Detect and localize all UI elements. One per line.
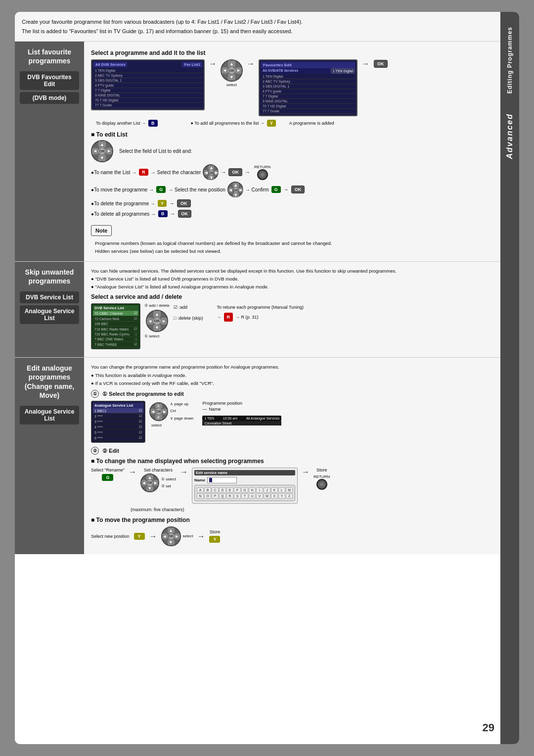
nav-down-s[interactable]: ▼	[208, 175, 214, 180]
kb-key[interactable]: D	[219, 487, 226, 493]
nav-l[interactable]: ◄	[228, 188, 233, 192]
ok-btn4[interactable]: OK	[178, 210, 192, 218]
nav-button5[interactable]: ▲ ◄ OK ► ▼	[140, 473, 159, 492]
y-btn3[interactable]: Y	[134, 533, 145, 540]
nav-left-s[interactable]: ◄	[204, 170, 208, 175]
b-btn[interactable]: B	[148, 120, 158, 127]
nav-down6[interactable]: ▼	[168, 539, 175, 545]
nav-up[interactable]: ▲	[228, 60, 236, 67]
kb-key[interactable]: V	[256, 493, 263, 499]
ok-btn2[interactable]: OK	[291, 186, 305, 193]
nav-ok5[interactable]: OK	[146, 480, 153, 485]
y-btn[interactable]: Y	[267, 120, 276, 127]
nav-right2[interactable]: ►	[106, 148, 112, 155]
kb-key[interactable]: J	[264, 487, 270, 493]
nav-left6[interactable]: ◄	[162, 533, 168, 539]
nav-up3[interactable]: ▲	[153, 311, 161, 318]
nav-left4[interactable]: ◄	[150, 409, 155, 414]
r-btn2[interactable]: R	[224, 313, 233, 322]
kb-key[interactable]: Z	[286, 493, 293, 499]
nav-down2[interactable]: ▼	[98, 154, 106, 161]
kb-key[interactable]: B	[204, 487, 211, 493]
nav-ok[interactable]: OK	[228, 67, 236, 74]
kb-key[interactable]: W	[264, 493, 270, 499]
ok-button[interactable]: OK	[374, 60, 388, 68]
kb-key[interactable]: T	[241, 493, 248, 499]
kb-key[interactable]: R	[226, 493, 233, 499]
nav-right5[interactable]: ►	[153, 480, 158, 485]
b-btn2[interactable]: B	[158, 210, 168, 217]
kb-key[interactable]: I	[256, 487, 263, 493]
return-btn2[interactable]	[316, 479, 327, 490]
keyboard-grid[interactable]: A B C D E F G H I J K L M	[194, 485, 295, 501]
g-btn2[interactable]: G	[271, 186, 281, 193]
nav-left5[interactable]: ◄	[141, 480, 146, 485]
nav-up-s[interactable]: ▲	[208, 165, 214, 170]
nav-ok4[interactable]: OK	[155, 409, 162, 414]
skip-bullet1: ● "DVB Service List" is listed all tuned…	[91, 276, 493, 283]
nav-up2[interactable]: ▲	[98, 141, 106, 148]
nav-up4[interactable]: ∧	[155, 403, 162, 409]
kb-key[interactable]: P	[212, 493, 219, 499]
ok-btn[interactable]: OK	[228, 168, 242, 176]
nav-right[interactable]: ►	[235, 67, 242, 74]
nav-u[interactable]: ▲	[233, 183, 239, 188]
nav-small2[interactable]: ▲ ◄ OK ► ▼	[227, 182, 243, 197]
name-input[interactable]: _	[207, 477, 237, 483]
nav-left[interactable]: ◄	[222, 67, 228, 74]
kb-key[interactable]: M	[286, 487, 293, 493]
kb-key[interactable]: F	[234, 487, 241, 493]
nav-down4[interactable]: ∨	[155, 414, 162, 420]
kb-key[interactable]: O	[204, 493, 211, 499]
nav-ok6[interactable]: OK	[168, 533, 175, 539]
kb-key[interactable]: K	[271, 487, 278, 493]
nav-button[interactable]: ▲ ◄ OK ► ▼	[221, 59, 243, 82]
nav-button6[interactable]: ▲ ◄ OK ► ▼	[161, 526, 181, 546]
y-btn4[interactable]: Y	[209, 536, 220, 543]
nav-left3[interactable]: ◄	[147, 318, 153, 325]
nav-left2[interactable]: ◄	[92, 148, 98, 155]
nav-right4[interactable]: ►	[162, 409, 167, 414]
select-rename-area: Select "Rename" G	[91, 468, 125, 481]
nav-down3[interactable]: ▼	[153, 325, 161, 331]
kb-key[interactable]: N	[197, 493, 204, 499]
nav-up5[interactable]: ▲	[146, 474, 153, 480]
name-field-label: Name	[194, 478, 205, 482]
kb-key[interactable]: Q	[219, 493, 226, 499]
nav-button4[interactable]: ∧ ◄ OK ► ∨	[149, 402, 168, 421]
nav-up6[interactable]: ▲	[168, 527, 175, 533]
nav-button3[interactable]: ▲ ◄ OK ► ▼	[146, 310, 168, 332]
kb-key[interactable]: G	[241, 487, 248, 493]
g-btn3[interactable]: G	[102, 474, 113, 481]
nav-ok-s[interactable]: OK	[208, 170, 214, 175]
nav-down[interactable]: ▼	[228, 74, 236, 81]
kb-key[interactable]: E	[226, 487, 233, 493]
nav-right-s[interactable]: ►	[214, 170, 219, 175]
kb-key[interactable]: X	[271, 493, 278, 499]
nav-d[interactable]: ▼	[233, 192, 239, 197]
kb-key[interactable]: C	[212, 487, 219, 493]
return-btn[interactable]	[257, 169, 268, 180]
g-btn[interactable]: G	[156, 186, 166, 193]
to-add-all-label: ● To add all programmes to the list →	[191, 121, 265, 126]
nav-small[interactable]: ▲ ◄ OK ► ▼	[203, 164, 219, 180]
nav-ok3[interactable]: OK	[153, 318, 161, 325]
y-btn2[interactable]: Y	[158, 200, 167, 207]
nav-right6[interactable]: ►	[175, 533, 180, 539]
kb-key[interactable]: H	[249, 487, 256, 493]
nav-down5[interactable]: ▼	[146, 486, 153, 491]
nav-r[interactable]: ►	[239, 188, 243, 192]
nav-right3[interactable]: ►	[161, 318, 167, 325]
ok-btn3[interactable]: OK	[177, 199, 191, 207]
kb-key[interactable]: L	[278, 487, 285, 493]
select-label: select	[226, 83, 237, 87]
kb-key[interactable]: Y	[278, 493, 285, 499]
nav-o[interactable]: OK	[233, 188, 239, 192]
kb-key[interactable]: S	[234, 493, 241, 499]
dvb-row: 3 SBS DIGITAL 1	[93, 78, 202, 83]
nav-ok2[interactable]: OK	[98, 148, 106, 155]
kb-key[interactable]: U	[249, 493, 256, 499]
r-btn[interactable]: R	[139, 169, 148, 176]
kb-key[interactable]: A	[197, 487, 204, 493]
nav-button2[interactable]: ▲ ◄ OK ► ▼	[91, 140, 113, 162]
